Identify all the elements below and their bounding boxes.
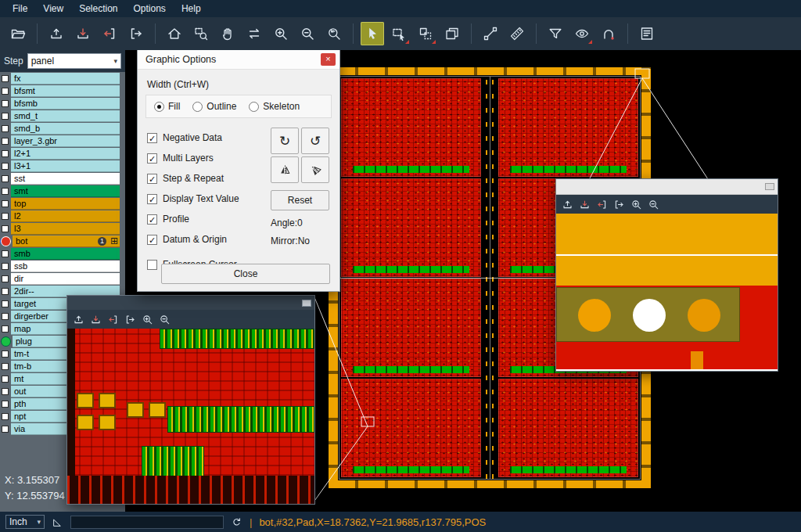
layer-visibility-checkbox[interactable] [2, 88, 9, 95]
export-left-button[interactable] [98, 22, 121, 45]
layer-visibility-checkbox[interactable] [2, 363, 9, 370]
layer-visibility-checkbox[interactable] [2, 175, 9, 182]
swap-view-button[interactable] [242, 22, 266, 45]
checkbox-display-text-value[interactable]: ✓Display Text Value [147, 189, 266, 209]
filter-button[interactable] [544, 22, 567, 45]
zoom-window-corner[interactable] [555, 178, 778, 372]
zoom-in-button[interactable] [142, 314, 153, 325]
layer-visibility-checkbox[interactable] [2, 225, 9, 232]
restore-icon[interactable] [765, 183, 774, 190]
layer-visibility-checkbox[interactable] [2, 200, 9, 207]
import-up-button[interactable] [562, 199, 573, 210]
export-right-button[interactable] [613, 199, 625, 210]
checkbox-profile[interactable]: ✓Profile [147, 209, 266, 229]
layer-row-bfsmt[interactable]: bfsmt [0, 84, 125, 97]
layer-visibility-checkbox[interactable] [2, 413, 9, 420]
layer-row-l3-1[interactable]: l3+1 [0, 160, 125, 172]
highlight-eye-button[interactable] [570, 22, 594, 45]
zoom-detail-viewport[interactable] [67, 329, 314, 504]
layer-row-top[interactable]: top [0, 197, 125, 210]
radio-skeleton[interactable]: Skeleton [249, 101, 300, 112]
layer-visibility-checkbox[interactable] [2, 250, 9, 257]
layer-visibility-checkbox[interactable] [2, 313, 9, 320]
layer-row-l2[interactable]: l2 [0, 210, 125, 222]
checkbox-datum-origin[interactable]: ✓Datum & Origin [147, 229, 266, 250]
layer-row-smd-t[interactable]: smd_t [0, 110, 125, 122]
layer-row-fx[interactable]: fx [0, 72, 125, 84]
layer-visibility-checkbox[interactable] [2, 275, 9, 282]
layer-visibility-checkbox[interactable] [2, 388, 9, 395]
layer-row-l2-1[interactable]: l2+1 [0, 147, 125, 160]
layer-visibility-checkbox[interactable] [2, 376, 9, 383]
dialog-close-icon[interactable]: × [321, 53, 336, 66]
layer-row-bot[interactable]: bot1⊞ [0, 235, 125, 247]
zoom-corner-viewport[interactable] [556, 214, 778, 369]
import-down-button[interactable] [71, 22, 95, 45]
select-marquee-button[interactable] [387, 22, 411, 45]
layer-row-ssb[interactable]: ssb [0, 260, 125, 272]
layer-visibility-checkbox[interactable] [2, 163, 9, 170]
layer-row-sst[interactable]: sst [0, 172, 125, 185]
layer-visibility-checkbox[interactable] [2, 325, 9, 332]
checkbox-step-repeat[interactable]: ✓Step & Repeat [147, 168, 266, 189]
dialog-titlebar[interactable]: Graphic Options × [138, 49, 339, 70]
export-right-button[interactable] [124, 314, 136, 325]
import-up-button[interactable] [73, 314, 84, 325]
step-select[interactable]: panel ▾ [27, 53, 121, 69]
layer-row-l3[interactable]: l3 [0, 222, 125, 235]
rotate-cw-button[interactable]: ↻ [271, 128, 299, 154]
zoom-in-button[interactable] [269, 22, 293, 45]
menu-item-help[interactable]: Help [174, 0, 209, 17]
layer-visibility-checkbox[interactable] [2, 288, 9, 295]
layer-visibility-checkbox[interactable] [2, 125, 9, 132]
unit-select[interactable]: Inch ▾ [5, 515, 45, 529]
copy-layers-button[interactable] [440, 22, 464, 45]
import-down-button[interactable] [579, 199, 591, 210]
measure-ruler-button[interactable] [505, 22, 529, 45]
export-right-button[interactable] [124, 22, 148, 45]
select-cursor-button[interactable] [361, 22, 384, 45]
zoom-window-titlebar[interactable] [556, 179, 778, 195]
restore-icon[interactable] [302, 300, 311, 307]
layer-visibility-checkbox[interactable] [2, 75, 9, 82]
refresh-button[interactable] [231, 516, 242, 528]
home-view-button[interactable] [163, 22, 186, 45]
close-button[interactable]: Close [161, 264, 330, 284]
menu-item-options[interactable]: Options [126, 0, 174, 17]
layer-visibility-checkbox[interactable] [2, 263, 9, 270]
layer-row-bfsmb[interactable]: bfsmb [0, 97, 125, 110]
layer-visibility-checkbox[interactable] [2, 213, 9, 220]
pan-hand-button[interactable] [216, 22, 239, 45]
command-input[interactable] [70, 516, 224, 529]
open-folder-button[interactable] [6, 22, 30, 45]
mirror-horizontal-button[interactable] [271, 156, 299, 183]
checkbox-negative-data[interactable]: ✓Negative Data [147, 128, 266, 148]
active-layer-indicator[interactable] [2, 237, 10, 246]
active-layer-indicator[interactable] [2, 337, 10, 346]
mirror-diagonal-button[interactable] [301, 156, 329, 183]
layer-row-layer-3-gbr[interactable]: layer_3.gbr [0, 135, 125, 147]
line-tool-button[interactable] [479, 22, 502, 45]
layer-row-smd-b[interactable]: smd_b [0, 122, 125, 135]
layer-row-smb[interactable]: smb [0, 247, 125, 260]
layer-grid-icon[interactable]: ⊞ [110, 235, 118, 247]
layer-visibility-checkbox[interactable] [2, 138, 9, 145]
zoom-in-button[interactable] [630, 199, 642, 210]
transform-button[interactable] [414, 22, 437, 45]
zoom-window-titlebar[interactable] [67, 296, 314, 310]
layer-visibility-checkbox[interactable] [2, 100, 9, 107]
layer-visibility-checkbox[interactable] [2, 188, 9, 195]
zoom-window-detail[interactable] [66, 295, 315, 505]
rotate-ccw-button[interactable]: ↺ [301, 128, 329, 154]
layer-visibility-checkbox[interactable] [2, 350, 9, 358]
zoom-window-button[interactable] [189, 22, 213, 45]
import-up-button[interactable] [45, 22, 68, 45]
checkbox-multi-layers[interactable]: ✓Multi Layers [147, 148, 266, 168]
radio-outline[interactable]: Outline [192, 101, 236, 112]
menu-item-file[interactable]: File [5, 0, 35, 17]
zoom-out-button[interactable] [159, 314, 171, 325]
reset-button[interactable]: Reset [271, 190, 329, 210]
export-left-button[interactable] [107, 314, 119, 325]
zoom-previous-button[interactable] [322, 22, 346, 45]
layer-visibility-checkbox[interactable] [2, 401, 9, 408]
